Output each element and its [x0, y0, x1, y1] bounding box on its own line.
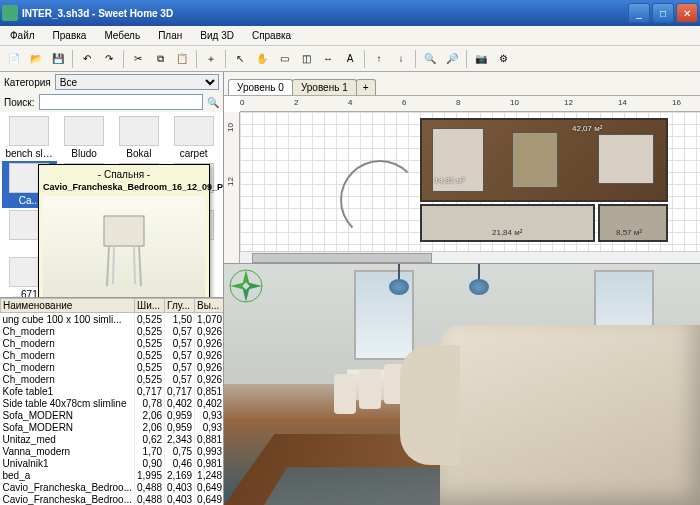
tab-add-level[interactable]: + — [356, 79, 376, 95]
table-row[interactable]: Ch_modern0,5250,570,926 — [1, 349, 224, 361]
search-row: Поиск: 🔍 — [0, 92, 223, 112]
maximize-button[interactable]: □ — [652, 3, 674, 23]
copy-button[interactable]: ⧉ — [150, 49, 170, 69]
plan-area-label: 42,07 м² — [572, 124, 602, 133]
add-furniture-button[interactable]: ＋ — [201, 49, 221, 69]
plan-view[interactable]: 0246810121416 1012 14,82 м² 42,07 м² 21,… — [224, 96, 700, 264]
wall-tool[interactable]: ▭ — [274, 49, 294, 69]
plan-room-bath[interactable]: 8,57 м² — [598, 204, 668, 242]
table-row[interactable]: Kofe table10,7170,7170,851 — [1, 385, 224, 397]
zoom-in-button[interactable]: 🔎 — [442, 49, 462, 69]
cell-width: 1,995 — [135, 469, 165, 481]
category-select[interactable]: Все — [55, 74, 219, 90]
room-tool[interactable]: ◫ — [296, 49, 316, 69]
compass-icon[interactable] — [228, 268, 264, 304]
close-button[interactable]: ✕ — [676, 3, 698, 23]
plan-area-label: 21,84 м² — [492, 228, 522, 237]
table-row[interactable]: Sofa_MODERN2,060,9590,93 — [1, 409, 224, 421]
table-row[interactable]: Ch_modern0,5250,570,926 — [1, 325, 224, 337]
ruler-tick: 6 — [402, 98, 406, 107]
catalog-item[interactable]: carpet — [166, 114, 221, 161]
tab-level-1[interactable]: Уровень 1 — [292, 79, 357, 95]
scene-couch — [440, 325, 700, 505]
new-button[interactable]: 📄 — [4, 49, 24, 69]
catalog-label: Bludo — [60, 148, 108, 159]
tab-level-0[interactable]: Уровень 0 — [228, 79, 293, 95]
zoom-out-button[interactable]: 🔍 — [420, 49, 440, 69]
table-row[interactable]: Side table 40x78cm slimline0,780,4020,40… — [1, 397, 224, 409]
level-down-button[interactable]: ↓ — [391, 49, 411, 69]
table-row[interactable]: Univalnik10,900,460,981 — [1, 457, 224, 469]
table-header[interactable]: Вы... — [195, 299, 223, 313]
plan-scrollbar-h[interactable] — [240, 251, 700, 263]
menu-edit[interactable]: Правка — [47, 28, 93, 43]
photo-button[interactable]: 📷 — [471, 49, 491, 69]
level-tabs: Уровень 0 Уровень 1 + — [224, 72, 700, 96]
table-header[interactable]: Наименование — [1, 299, 135, 313]
table-row[interactable]: Ch_modern0,5250,570,926 — [1, 337, 224, 349]
cell-name: Sofa_MODERN — [1, 409, 135, 421]
plan-room-hall[interactable]: 21,84 м² — [420, 204, 595, 242]
plan-room-living[interactable]: 14,82 м² 42,07 м² — [420, 118, 668, 202]
search-label: Поиск: — [4, 97, 35, 108]
table-row[interactable]: Cavio_Francheska_Bedroo...0,4880,4030,64… — [1, 481, 224, 493]
redo-button[interactable]: ↷ — [99, 49, 119, 69]
cell-depth: 0,57 — [165, 325, 195, 337]
ruler-tick: 14 — [618, 98, 627, 107]
pan-tool[interactable]: ✋ — [252, 49, 272, 69]
paste-button[interactable]: 📋 — [172, 49, 192, 69]
cell-height: 0,649 — [195, 481, 223, 493]
menu-help[interactable]: Справка — [246, 28, 297, 43]
search-input[interactable] — [39, 94, 204, 110]
table-row[interactable]: bed_a1,9952,1691,248 — [1, 469, 224, 481]
cell-height: 0,93 — [195, 421, 223, 433]
plan-canvas[interactable]: 14,82 м² 42,07 м² 21,84 м² 8,57 м² — [240, 112, 700, 251]
table-row[interactable]: Cavio_Francheska_Bedroo...0,4880,4030,64… — [1, 493, 224, 505]
plan-furniture[interactable] — [598, 134, 654, 184]
cell-width: 0,525 — [135, 337, 165, 349]
table-header[interactable]: Глу... — [165, 299, 195, 313]
table-row[interactable]: Ch_modern0,5250,570,926 — [1, 361, 224, 373]
undo-button[interactable]: ↶ — [77, 49, 97, 69]
category-row: Категория Все — [0, 72, 223, 92]
cell-height: 0,993 — [195, 445, 223, 457]
cell-depth: 0,46 — [165, 457, 195, 469]
dimension-tool[interactable]: ↔ — [318, 49, 338, 69]
cell-width: 0,525 — [135, 373, 165, 385]
search-icon[interactable]: 🔍 — [207, 97, 219, 108]
select-tool[interactable]: ↖ — [230, 49, 250, 69]
catalog-item[interactable]: bench slimli... — [2, 114, 57, 161]
level-up-button[interactable]: ↑ — [369, 49, 389, 69]
table-row[interactable]: Ch_modern0,5250,570,926 — [1, 373, 224, 385]
cell-name: Kofe table1 — [1, 385, 135, 397]
text-tool[interactable]: A — [340, 49, 360, 69]
cell-height: 1,248 — [195, 469, 223, 481]
table-row[interactable]: ung cube 100 x 100 simli...0,5251,501,07… — [1, 313, 224, 326]
settings-button[interactable]: ⚙ — [493, 49, 513, 69]
menu-file[interactable]: Файл — [4, 28, 41, 43]
save-button[interactable]: 💾 — [48, 49, 68, 69]
plan-furniture[interactable] — [512, 132, 558, 188]
minimize-button[interactable]: _ — [628, 3, 650, 23]
table-row[interactable]: Sofa_MODERN2,060,9590,93 — [1, 421, 224, 433]
scene-chair — [334, 374, 356, 414]
cell-name: Sofa_MODERN — [1, 421, 135, 433]
menu-3dview[interactable]: Вид 3D — [194, 28, 240, 43]
table-row[interactable]: Vanna_modern1,700,750,993 — [1, 445, 224, 457]
menu-plan[interactable]: План — [152, 28, 188, 43]
svg-line-3 — [113, 246, 114, 284]
cut-button[interactable]: ✂ — [128, 49, 148, 69]
menu-furniture[interactable]: Мебель — [98, 28, 146, 43]
furniture-table[interactable]: НаименованиеШи...Глу...Вы...Види... ung … — [0, 298, 223, 505]
table-header[interactable]: Ши... — [135, 299, 165, 313]
view-3d[interactable] — [224, 264, 700, 505]
table-row[interactable]: Unitaz_med0,622,3430,881 — [1, 433, 224, 445]
catalog-label: Bokal — [115, 148, 163, 159]
ruler-tick: 2 — [294, 98, 298, 107]
catalog-item[interactable]: Bludo — [57, 114, 112, 161]
cell-width: 0,78 — [135, 397, 165, 409]
cell-depth: 1,50 — [165, 313, 195, 326]
cell-name: Univalnik1 — [1, 457, 135, 469]
catalog-item[interactable]: Bokal — [112, 114, 167, 161]
open-button[interactable]: 📂 — [26, 49, 46, 69]
